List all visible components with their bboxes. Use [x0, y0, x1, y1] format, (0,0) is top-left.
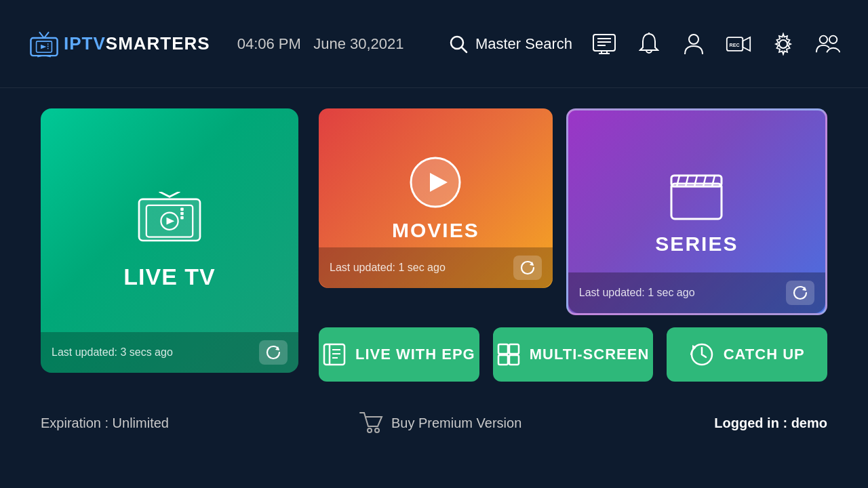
record-button[interactable]: REC — [726, 31, 751, 57]
profile-button[interactable] — [681, 31, 707, 57]
svg-point-26 — [829, 35, 837, 43]
live-tv-title: LIVE TV — [123, 264, 215, 290]
svg-line-44 — [694, 176, 697, 186]
svg-rect-57 — [509, 355, 519, 365]
movies-card[interactable]: MOVIES Last updated: 1 sec ago — [319, 108, 553, 288]
footer: Expiration : Unlimited Buy Premium Versi… — [0, 398, 868, 434]
top-cards-row: MOVIES Last updated: 1 sec ago — [319, 108, 827, 315]
svg-marker-22 — [743, 37, 750, 51]
refresh-icon — [793, 285, 808, 300]
datetime: 04:06 PM June 30,2021 — [237, 35, 404, 53]
logged-in-user: demo — [791, 415, 827, 430]
bell-icon — [639, 33, 659, 56]
svg-line-27 — [160, 192, 170, 197]
notification-bell-button[interactable] — [636, 31, 662, 57]
series-card[interactable]: SERIES Last updated: 1 sec ago — [566, 108, 827, 315]
live-tv-icon — [132, 192, 207, 253]
live-with-epg-button[interactable]: LIVE WITH EPG — [319, 327, 479, 382]
logo-tv-icon — [27, 29, 61, 59]
series-updated: Last updated: 1 sec ago — [579, 287, 695, 299]
catch-up-button[interactable]: CATCH UP — [667, 327, 827, 382]
svg-point-25 — [820, 35, 827, 43]
series-clapperboard-icon — [666, 169, 727, 223]
svg-rect-6 — [47, 45, 49, 47]
gear-icon — [772, 33, 795, 56]
live-with-epg-label: LIVE WITH EPG — [355, 346, 475, 363]
svg-rect-7 — [47, 47, 49, 49]
buy-premium-label: Buy Premium Version — [391, 415, 521, 431]
movies-footer: Last updated: 1 sec ago — [319, 247, 553, 288]
movies-refresh-button[interactable] — [513, 256, 542, 280]
svg-line-28 — [170, 192, 179, 197]
movies-updated: Last updated: 1 sec ago — [330, 262, 446, 274]
svg-line-46 — [712, 176, 715, 186]
svg-rect-34 — [180, 211, 184, 215]
series-title: SERIES — [655, 232, 738, 256]
svg-rect-40 — [671, 184, 722, 219]
svg-line-45 — [703, 176, 706, 186]
svg-text:REC: REC — [729, 41, 740, 47]
svg-rect-56 — [498, 355, 508, 365]
master-search-button[interactable]: Master Search — [448, 34, 572, 54]
svg-line-11 — [462, 47, 467, 52]
multi-screen-label: MULTI-SCREEN — [530, 346, 650, 363]
series-footer: Last updated: 1 sec ago — [568, 272, 825, 313]
live-tv-refresh-button[interactable] — [259, 340, 288, 365]
bottom-buttons-row: LIVE WITH EPG MULTI-SCREEN — [319, 327, 827, 382]
logo: IPTVSMARTERS — [27, 29, 210, 59]
svg-rect-54 — [498, 344, 508, 354]
svg-point-24 — [779, 40, 787, 48]
cards-row: LIVE TV Last updated: 3 secs ago — [41, 108, 827, 382]
multi-screen-icon — [497, 343, 520, 366]
settings-button[interactable] — [770, 31, 796, 57]
buy-premium-button[interactable]: Buy Premium Version — [359, 411, 521, 434]
catch-up-label: CATCH UP — [724, 346, 805, 363]
logo-text: IPTVSMARTERS — [64, 33, 210, 54]
search-label: Master Search — [475, 35, 572, 53]
svg-rect-33 — [180, 207, 184, 211]
catch-up-icon — [690, 342, 714, 367]
epg-icon-button[interactable] — [591, 31, 617, 57]
logged-in-text: Logged in : demo — [714, 415, 827, 431]
live-tv-card[interactable]: LIVE TV Last updated: 3 secs ago — [41, 108, 298, 373]
svg-point-60 — [368, 428, 372, 432]
svg-rect-5 — [47, 43, 49, 45]
refresh-icon — [520, 260, 535, 275]
svg-point-20 — [689, 35, 698, 44]
refresh-icon — [266, 345, 281, 360]
movies-title: MOVIES — [392, 219, 479, 242]
right-column: MOVIES Last updated: 1 sec ago — [319, 108, 827, 382]
record-icon: REC — [726, 34, 751, 54]
svg-line-42 — [677, 176, 679, 186]
switch-user-button[interactable] — [815, 31, 841, 57]
header-right: Master Search — [448, 31, 841, 57]
epg-book-icon — [323, 343, 346, 366]
multi-screen-button[interactable]: MULTI-SCREEN — [493, 327, 654, 382]
search-icon — [448, 34, 469, 54]
expiration-text: Expiration : Unlimited — [41, 415, 169, 431]
live-tv-footer: Last updated: 3 secs ago — [41, 332, 298, 373]
epg-icon — [592, 33, 616, 55]
svg-marker-4 — [41, 44, 46, 49]
series-refresh-button[interactable] — [786, 281, 814, 305]
svg-rect-35 — [180, 216, 184, 220]
header: IPTVSMARTERS 04:06 PM June 30,2021 Maste… — [0, 0, 868, 88]
live-tv-updated: Last updated: 3 secs ago — [52, 346, 173, 359]
svg-line-43 — [686, 176, 688, 186]
switch-user-icon — [815, 33, 841, 56]
logged-in-label: Logged in : — [714, 415, 791, 430]
person-icon — [684, 33, 704, 56]
cart-icon — [359, 411, 383, 434]
movies-play-icon — [408, 155, 462, 209]
main-content: LIVE TV Last updated: 3 secs ago — [0, 88, 868, 382]
svg-rect-55 — [509, 344, 519, 354]
svg-point-61 — [375, 428, 379, 432]
